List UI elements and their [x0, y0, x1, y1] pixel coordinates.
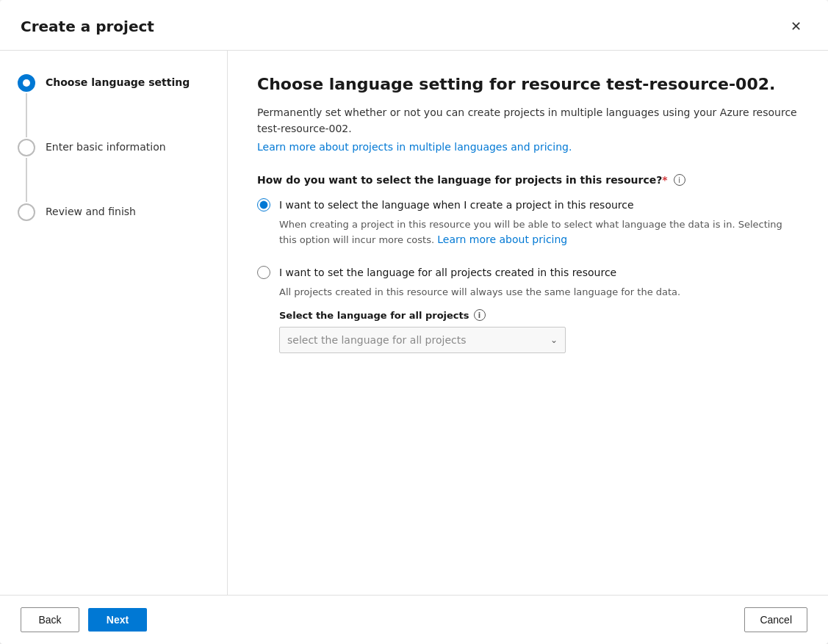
step-1-line	[26, 93, 27, 137]
create-project-dialog: Create a project ✕ Choose language setti…	[0, 0, 828, 644]
chevron-down-icon: ⌄	[550, 335, 558, 345]
step-2-connector	[18, 139, 35, 203]
dropdown-placeholder: select the language for all projects	[287, 334, 467, 346]
radio-description-option2: All projects created in this resource wi…	[279, 285, 799, 300]
step-3-circle	[18, 203, 35, 221]
back-button[interactable]: Back	[21, 607, 79, 632]
radio-label-option1[interactable]: I want to select the language when I cre…	[279, 198, 634, 213]
step-3-label: Review and finish	[46, 203, 136, 220]
main-content: Choose language setting for resource tes…	[228, 51, 828, 595]
radio-group: I want to select the language when I cre…	[257, 198, 799, 371]
dialog-footer: Back Next Cancel	[0, 595, 828, 644]
radio-description-option1: When creating a project in this resource…	[279, 217, 799, 247]
next-button[interactable]: Next	[88, 608, 147, 632]
step-1-label: Choose language setting	[46, 74, 190, 90]
dialog-title: Create a project	[21, 18, 154, 35]
dialog-body: Choose language setting Enter basic info…	[0, 51, 828, 595]
radio-option-2-header: I want to set the language for all proje…	[257, 265, 799, 281]
step-2-line	[26, 158, 27, 202]
radio-option-2: I want to set the language for all proje…	[257, 265, 799, 354]
sub-field-label: Select the language for all projects i	[279, 309, 799, 321]
step-item-3: Review and finish	[18, 203, 209, 221]
radio-input-option2[interactable]	[257, 266, 270, 279]
step-1-circle	[18, 74, 35, 92]
step-item-2: Enter basic information	[18, 139, 209, 203]
radio-label-option2[interactable]: I want to set the language for all proje…	[279, 265, 616, 281]
step-item-1: Choose language setting	[18, 74, 209, 139]
question-label-text: How do you want to select the language f…	[257, 174, 662, 186]
required-star: *	[662, 174, 667, 186]
step-2-label: Enter basic information	[46, 139, 166, 155]
radio-learn-more-link[interactable]: Learn more about pricing	[437, 234, 567, 245]
dialog-header: Create a project ✕	[0, 0, 828, 51]
step-3-connector	[18, 203, 35, 221]
learn-more-link[interactable]: Learn more about projects in multiple la…	[257, 141, 572, 153]
sidebar: Choose language setting Enter basic info…	[0, 51, 228, 595]
step-2-circle	[18, 139, 35, 156]
radio-input-option1[interactable]	[257, 198, 270, 211]
radio-option-1-header: I want to select the language when I cre…	[257, 198, 799, 213]
question-label: How do you want to select the language f…	[257, 174, 668, 186]
step-1-connector	[18, 74, 35, 139]
question-row: How do you want to select the language f…	[257, 174, 799, 186]
close-button[interactable]: ✕	[784, 15, 807, 38]
language-dropdown[interactable]: select the language for all projects ⌄	[279, 327, 566, 353]
question-info-icon[interactable]: i	[674, 174, 685, 186]
cancel-button[interactable]: Cancel	[744, 607, 807, 632]
sub-field-language: Select the language for all projects i s…	[279, 309, 799, 353]
section-title: Choose language setting for resource tes…	[257, 74, 799, 95]
sub-field-info-icon[interactable]: i	[474, 309, 486, 321]
sub-field-label-text: Select the language for all projects	[279, 310, 469, 321]
radio-option-1: I want to select the language when I cre…	[257, 198, 799, 247]
description: Permanently set whether or not you can c…	[257, 104, 799, 137]
